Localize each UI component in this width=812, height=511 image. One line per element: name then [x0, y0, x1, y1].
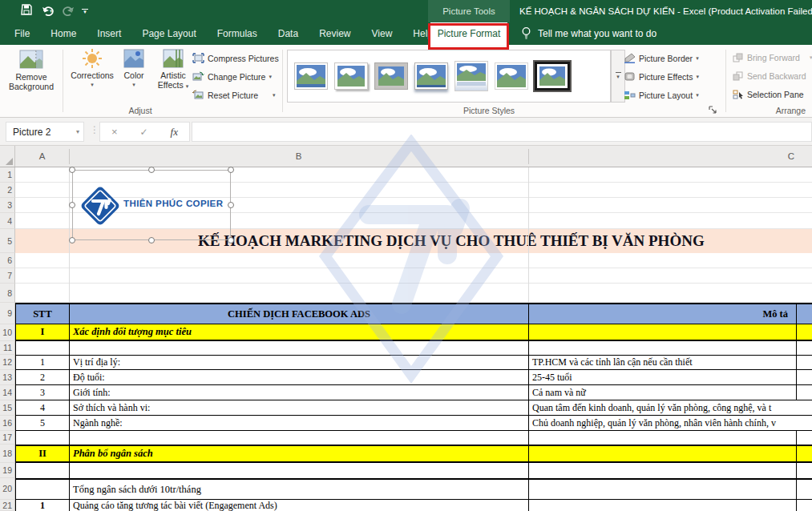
- resize-handle-nw[interactable]: [69, 167, 75, 173]
- picture-style-4[interactable]: [414, 62, 448, 90]
- row-header-13[interactable]: 13: [0, 370, 15, 385]
- corrections-button[interactable]: Corrections ▾: [69, 48, 115, 88]
- row-header-7[interactable]: 7: [0, 268, 15, 284]
- row-header-3[interactable]: 3: [0, 198, 15, 213]
- cell-b15[interactable]: Sở thích và hành vi:: [70, 400, 529, 415]
- cells-row-6[interactable]: [15, 253, 812, 268]
- cell-b20[interactable]: Tổng ngân sách dưới 10tr/tháng: [70, 480, 529, 499]
- cell-b17[interactable]: [70, 431, 529, 445]
- tab-file[interactable]: File: [14, 28, 40, 39]
- picture-style-6[interactable]: [495, 62, 528, 90]
- cell-b16[interactable]: Ngành nghề:: [70, 416, 529, 430]
- cell-d17[interactable]: [797, 431, 812, 445]
- row-header-21[interactable]: 21: [0, 500, 15, 511]
- tab-review[interactable]: Review: [309, 28, 361, 39]
- selected-picture[interactable]: THIÊN PHÚC COPIER: [72, 170, 231, 240]
- cell-c15[interactable]: Quan tâm đến kinh doanh, quản lý văn phò…: [529, 400, 797, 415]
- formula-bar-splitter[interactable]: ⋮: [90, 124, 99, 135]
- tab-page-layout[interactable]: Page Layout: [131, 28, 206, 39]
- cell-d15[interactable]: [797, 400, 812, 415]
- cell-b10[interactable]: Xác định đối tượng mục tiêu: [70, 324, 529, 340]
- resize-handle-se[interactable]: [228, 237, 234, 243]
- picture-style-2[interactable]: [334, 62, 368, 90]
- picture-style-3[interactable]: [374, 62, 408, 90]
- row-header-5[interactable]: 5: [0, 229, 15, 253]
- cell-c19[interactable]: [529, 463, 797, 478]
- resize-handle-ne[interactable]: [228, 167, 234, 173]
- select-all-corner[interactable]: [0, 146, 15, 167]
- cell-d11[interactable]: [797, 341, 812, 355]
- cell-a19[interactable]: [16, 463, 70, 478]
- cell-d14[interactable]: [797, 385, 812, 400]
- cell-a13[interactable]: 2: [16, 370, 70, 384]
- name-box[interactable]: Picture 2 ▾: [6, 122, 84, 142]
- cell-c9-desc[interactable]: Mô tả: [529, 304, 797, 324]
- cell-a14[interactable]: 3: [16, 385, 70, 400]
- cell-c13[interactable]: 25-45 tuổi: [529, 370, 797, 384]
- cell-a11[interactable]: [16, 341, 70, 355]
- cell-d9[interactable]: [797, 304, 812, 324]
- row-header-14[interactable]: 14: [0, 385, 15, 400]
- cell-b18[interactable]: Phân bổ ngân sách: [70, 446, 529, 461]
- formula-input[interactable]: [192, 122, 812, 142]
- cell-a18[interactable]: II: [16, 446, 70, 461]
- picture-style-1[interactable]: [294, 62, 328, 90]
- cell-b14[interactable]: Giới tính:: [70, 385, 529, 400]
- column-header-a[interactable]: A: [15, 146, 69, 167]
- cell-c11[interactable]: [529, 341, 797, 355]
- resize-handle-s[interactable]: [148, 237, 155, 243]
- cancel-icon[interactable]: ×: [111, 126, 118, 138]
- cell-c14[interactable]: Cả nam và nữ: [529, 385, 797, 400]
- undo-button[interactable]: ▾: [41, 6, 53, 17]
- resize-handle-e[interactable]: [228, 202, 234, 208]
- cell-d13[interactable]: [797, 370, 812, 384]
- tab-picture-format[interactable]: Picture Format: [430, 22, 507, 45]
- tell-me-search[interactable]: Tell me what you want to do: [521, 22, 656, 45]
- cell-b11[interactable]: [70, 341, 529, 355]
- row-header-12[interactable]: 12: [0, 355, 15, 370]
- row-header-8[interactable]: 8: [0, 284, 15, 303]
- cell-a20[interactable]: [16, 480, 70, 499]
- cell-d16[interactable]: [797, 416, 812, 430]
- save-icon[interactable]: [21, 4, 32, 18]
- resize-handle-sw[interactable]: [69, 237, 75, 243]
- cell-a10[interactable]: I: [16, 324, 70, 340]
- artistic-effects-button[interactable]: Artistic Effects ▾: [152, 48, 194, 91]
- column-header-b[interactable]: B: [69, 146, 528, 167]
- cell-b13[interactable]: Độ tuổi:: [70, 370, 529, 384]
- name-box-dropdown-icon[interactable]: ▾: [76, 128, 79, 135]
- resize-handle-w[interactable]: [69, 202, 75, 208]
- row-header-4[interactable]: 4: [0, 213, 15, 229]
- cell-c12[interactable]: TP.HCM và các tỉnh lân cận nếu cần thiết: [529, 356, 797, 369]
- cell-d18[interactable]: [797, 446, 812, 461]
- row-header-17[interactable]: 17: [0, 431, 15, 445]
- row-header-10[interactable]: 10: [0, 324, 15, 341]
- cell-b12[interactable]: Vị trí địa lý:: [70, 356, 529, 369]
- cell-d10[interactable]: [797, 324, 812, 340]
- cells-row-8[interactable]: [15, 284, 812, 303]
- cell-a17[interactable]: [16, 431, 70, 445]
- cell-b21[interactable]: Quảng cáo tăng tương tác bài viết (Engag…: [70, 500, 529, 511]
- row-header-20[interactable]: 20: [0, 478, 15, 500]
- cell-d19[interactable]: [797, 463, 812, 478]
- cell-d21[interactable]: [797, 500, 812, 511]
- tab-formulas[interactable]: Formulas: [207, 28, 268, 39]
- cell-b19[interactable]: [70, 463, 529, 478]
- cell-a12[interactable]: 1: [16, 356, 70, 369]
- row-header-19[interactable]: 19: [0, 463, 15, 478]
- row-header-9[interactable]: 9: [0, 303, 15, 324]
- row-header-1[interactable]: 1: [0, 167, 15, 183]
- insert-function-icon[interactable]: fx: [171, 126, 178, 139]
- picture-border-button[interactable]: Picture Border ▾: [624, 53, 699, 63]
- cell-a9-stt[interactable]: STT: [16, 304, 70, 324]
- tab-data[interactable]: Data: [268, 28, 309, 39]
- picture-layout-button[interactable]: Picture Layout ▾: [624, 90, 699, 100]
- remove-background-button[interactable]: Remove Background: [5, 48, 58, 91]
- cell-a16[interactable]: 5: [16, 416, 70, 430]
- row-header-15[interactable]: 15: [0, 400, 15, 416]
- row-header-16[interactable]: 16: [0, 416, 15, 431]
- cell-d12[interactable]: [797, 356, 812, 369]
- picture-styles-dialog-launcher[interactable]: [709, 104, 718, 114]
- resize-handle-n[interactable]: [148, 167, 155, 173]
- tab-view[interactable]: View: [362, 28, 403, 39]
